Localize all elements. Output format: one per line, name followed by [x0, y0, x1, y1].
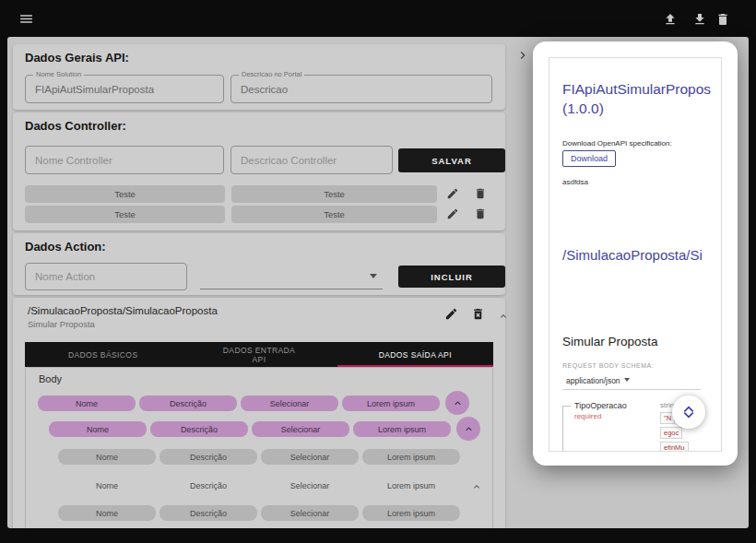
- tab-label: DADOS BÁSICOS: [68, 350, 138, 360]
- field-row: Nome Descrição Selecionar Lorem ipsum: [49, 421, 491, 437]
- app-window: Dados Gerais API: Nome Solution Descrica…: [0, 0, 756, 543]
- field-pill[interactable]: Lorem ipsum: [353, 421, 451, 437]
- field-pill[interactable]: Lorem ipsum: [362, 449, 460, 465]
- body-panel: Body Nome Descrição Selecionar Lorem ips…: [25, 367, 493, 528]
- nome-solution-input[interactable]: [26, 76, 223, 102]
- action-type-select[interactable]: [200, 263, 383, 289]
- descricao-portal-label: Descricao no Portal: [239, 71, 304, 78]
- api-title: FIApiAutSimularPropos: [562, 78, 721, 100]
- edit-icon[interactable]: [446, 207, 459, 224]
- edit-icon[interactable]: [446, 187, 459, 204]
- controller-row-description: Teste: [231, 206, 437, 223]
- collapse-row-button[interactable]: [456, 417, 480, 441]
- controller-section-card: Dados Controller: SALVAR Teste Teste: [13, 112, 505, 230]
- action-section-card: Dados Action: INCLUIR: [13, 233, 505, 295]
- operation-title: Simular Proposta: [562, 335, 658, 348]
- delete-forever-icon[interactable]: [471, 307, 485, 325]
- field-pill[interactable]: Nome: [58, 449, 156, 465]
- endpoint-path-heading: /SimulacaoProposta/Si: [562, 247, 722, 263]
- endpoint-card: /SimulacaoProposta/SimulacaoProposta Sim…: [13, 298, 505, 528]
- download-icon[interactable]: [692, 12, 707, 27]
- field-label: Descrição: [159, 478, 257, 493]
- schema-tree-tick: [562, 406, 571, 407]
- trash-icon[interactable]: [715, 12, 730, 27]
- controller-section-title: Dados Controller:: [25, 119, 126, 133]
- schema-required-flag: required: [574, 412, 601, 420]
- field-row: Nome Descrição Selecionar Lorem ipsum: [58, 478, 501, 493]
- field-pill[interactable]: Descrição: [150, 421, 248, 437]
- chevron-down-icon: [682, 410, 695, 420]
- controller-row-name: Teste: [25, 185, 225, 203]
- trash-icon[interactable]: [474, 187, 487, 204]
- nome-controller-field: [25, 146, 224, 174]
- api-description: asdfdsa: [562, 178, 588, 186]
- nome-solution-label: Nome Solution: [33, 71, 84, 78]
- field-pill[interactable]: Selecionar: [261, 449, 359, 465]
- schema-tree-line: [562, 406, 563, 452]
- field-row: Nome Descrição Selecionar Lorem ipsum: [58, 449, 501, 465]
- field-pill[interactable]: Descrição: [139, 395, 237, 411]
- field-pill[interactable]: Selecionar: [252, 421, 349, 437]
- incluir-button[interactable]: INCLUIR: [398, 266, 505, 288]
- field-pill[interactable]: Lorem ipsum: [362, 505, 460, 521]
- field-pill[interactable]: Descrição: [159, 505, 257, 521]
- field-label: Lorem ipsum: [362, 478, 460, 493]
- tab-dados-saida-api[interactable]: DADOS SAÍDA API: [337, 342, 493, 367]
- nome-solution-field: Nome Solution: [25, 75, 224, 103]
- tab-label: DADOS SAÍDA API: [379, 350, 452, 360]
- download-spec-button[interactable]: Download: [562, 150, 616, 167]
- general-section-card: Dados Gerais API: Nome Solution Descrica…: [13, 44, 505, 110]
- collapse-row-button[interactable]: [445, 391, 469, 415]
- controller-row-description: Teste: [231, 185, 437, 203]
- field-pill[interactable]: Selecionar: [241, 395, 338, 411]
- field-row: Nome Descrição Selecionar Lorem ipsum: [38, 395, 480, 411]
- field-pill[interactable]: Selecionar: [261, 505, 359, 521]
- nome-action-field: [25, 263, 187, 290]
- openapi-preview-panel: FIApiAutSimularPropos (1.0.0) Download O…: [533, 41, 738, 466]
- general-section-title: Dados Gerais API:: [25, 51, 129, 65]
- tab-label: DADOS ENTRADA API: [219, 346, 299, 364]
- content-type-select[interactable]: application/json: [562, 374, 701, 390]
- descricao-portal-input[interactable]: [231, 76, 491, 102]
- trash-icon[interactable]: [474, 207, 487, 224]
- tab-dados-entrada-api[interactable]: DADOS ENTRADA API: [181, 342, 337, 367]
- endpoint-tabs: DADOS BÁSICOS DADOS ENTRADA API DADOS SA…: [25, 342, 493, 367]
- app-bar: [0, 0, 756, 37]
- salvar-button[interactable]: SALVAR: [398, 148, 505, 172]
- enum-chip: efinMu: [660, 442, 689, 452]
- field-pill[interactable]: Nome: [49, 421, 147, 437]
- field-label: Nome: [58, 478, 156, 493]
- chevron-down-icon: [624, 378, 630, 382]
- controller-row-name: Teste: [25, 206, 225, 223]
- request-body-schema-caption: REQUEST BODY SCHEMA:: [562, 362, 654, 369]
- schema-property-name: TipoOperacao: [574, 401, 627, 410]
- descricao-controller-field: [230, 146, 393, 174]
- field-pill[interactable]: Nome: [58, 505, 156, 521]
- nome-controller-input[interactable]: [26, 147, 223, 173]
- field-pill[interactable]: Descrição: [159, 449, 257, 465]
- descricao-portal-field: Descricao no Portal: [230, 75, 492, 103]
- download-caption: Download OpenAPI specification:: [562, 139, 672, 148]
- api-version: (1.0.0): [562, 100, 604, 117]
- descricao-controller-input[interactable]: [231, 147, 392, 173]
- chevron-right-icon[interactable]: [515, 48, 530, 66]
- enum-chip: egoc: [660, 427, 682, 439]
- menu-icon[interactable]: [18, 11, 34, 27]
- field-row: Nome Descrição Selecionar Lorem ipsum: [58, 505, 501, 521]
- chevron-down-icon: [370, 274, 377, 278]
- action-section-title: Dados Action:: [25, 240, 106, 254]
- scroll-nav-button[interactable]: [672, 395, 705, 429]
- collapse-icon[interactable]: [498, 309, 509, 325]
- content-type-value: application/json: [566, 376, 620, 385]
- endpoint-subtitle: Simular Proposta: [28, 319, 95, 329]
- nome-action-input[interactable]: [26, 264, 186, 289]
- tab-dados-basicos[interactable]: DADOS BÁSICOS: [25, 342, 181, 367]
- field-pill[interactable]: Nome: [38, 395, 136, 411]
- endpoint-path: /SimulacaoProposta/SimulacaoProposta: [28, 305, 218, 316]
- body-label: Body: [39, 373, 62, 384]
- upload-icon[interactable]: [663, 12, 678, 27]
- field-pill[interactable]: Lorem ipsum: [342, 395, 440, 411]
- edit-icon[interactable]: [444, 307, 458, 325]
- openapi-preview-frame: FIApiAutSimularPropos (1.0.0) Download O…: [549, 57, 722, 452]
- collapse-row-icon[interactable]: [471, 479, 482, 496]
